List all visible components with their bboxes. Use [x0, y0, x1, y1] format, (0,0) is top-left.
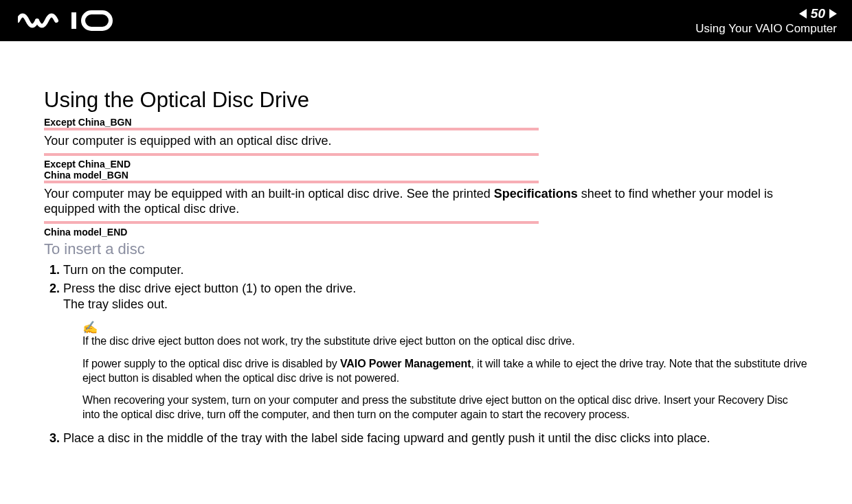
- header-right: 50 Using Your VAIO Computer: [695, 6, 837, 36]
- marker-rule: [44, 128, 539, 130]
- svg-rect-0: [71, 12, 76, 29]
- page-number: 50: [811, 6, 825, 21]
- prev-page-arrow-icon[interactable]: [799, 9, 807, 19]
- note-icon: ✍: [82, 320, 808, 336]
- page-content: Using the Optical Disc Drive Except Chin…: [0, 41, 852, 446]
- marker-china-model-bgn: China model_BGN: [44, 170, 808, 181]
- marker-except-china-bgn: Except China_BGN: [44, 117, 808, 128]
- step-1: Turn on the computer.: [63, 262, 808, 278]
- marker-except-china-end: Except China_END: [44, 159, 808, 170]
- intro-paragraph-2: Your computer may be equipped with an bu…: [44, 186, 808, 217]
- subheading-insert-disc: To insert a disc: [44, 240, 808, 258]
- note-3: When recovering your system, turn on you…: [82, 393, 808, 422]
- note-1: If the disc drive eject button does not …: [82, 334, 808, 349]
- note-2-bold: VAIO Power Management: [340, 358, 471, 369]
- step-3: Place a disc in the middle of the tray w…: [63, 431, 808, 446]
- marker-rule: [44, 153, 539, 156]
- step-2-text-a: Press the disc drive eject button (1) to…: [63, 282, 356, 295]
- page-title: Using the Optical Disc Drive: [44, 88, 808, 113]
- step-2: Press the disc drive eject button (1) to…: [63, 281, 808, 422]
- intro-paragraph-1: Your computer is equipped with an optica…: [44, 133, 808, 149]
- page-header: 50 Using Your VAIO Computer: [0, 0, 852, 41]
- step-1-text: Turn on the computer.: [63, 263, 183, 277]
- svg-rect-1: [83, 12, 111, 29]
- marker-rule: [44, 221, 539, 224]
- vaio-logo: [18, 10, 114, 31]
- marker-china-model-end: China model_END: [44, 227, 808, 238]
- para2-bold: Specifications: [494, 187, 578, 201]
- next-page-arrow-icon[interactable]: [829, 9, 837, 19]
- marker-rule: [44, 181, 539, 183]
- header-section-title: Using Your VAIO Computer: [695, 22, 837, 36]
- step-3-text: Place a disc in the middle of the tray w…: [63, 431, 710, 445]
- step-2-text-b: The tray slides out.: [63, 297, 808, 312]
- steps-list: Turn on the computer. Press the disc dri…: [44, 262, 808, 447]
- note-block: ✍ If the disc drive eject button does no…: [82, 320, 808, 422]
- para2-pre: Your computer may be equipped with an bu…: [44, 187, 494, 201]
- note-2-pre: If power supply to the optical disc driv…: [82, 358, 340, 369]
- note-2: If power supply to the optical disc driv…: [82, 357, 808, 386]
